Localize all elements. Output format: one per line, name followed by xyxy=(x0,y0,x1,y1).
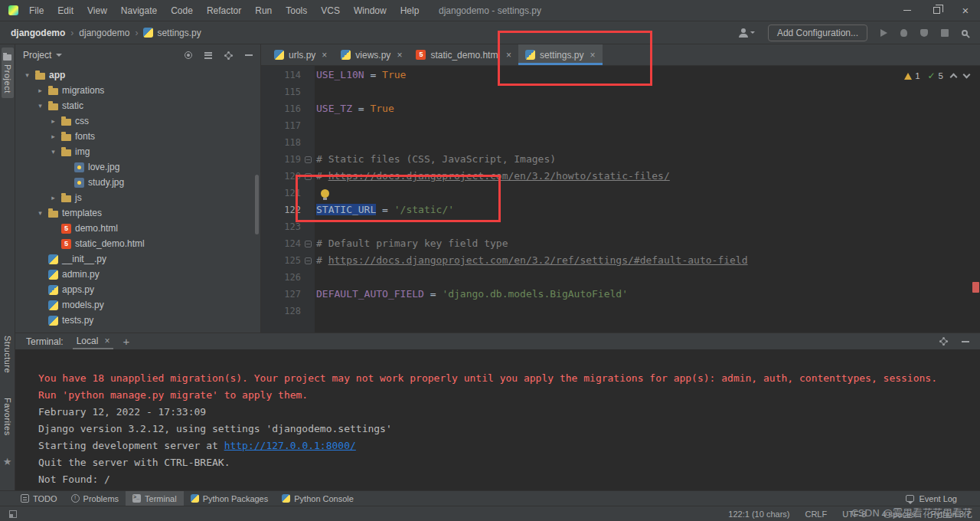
restore-button[interactable] xyxy=(922,0,951,21)
toolwindow-button-python-console[interactable]: Python Console xyxy=(275,491,361,506)
folder-icon xyxy=(48,103,58,110)
editor-tab-settings-py[interactable]: settings.py× xyxy=(518,44,602,65)
toolwindow-switcher-icon[interactable] xyxy=(9,510,17,518)
gutter xyxy=(301,117,315,134)
coverage-button[interactable] xyxy=(920,29,928,37)
doc-link[interactable]: https://docs.djangoproject.com/en/3.2/re… xyxy=(328,254,748,266)
code-editor[interactable]: 114USE_L10N = True115116USE_TZ = True117… xyxy=(261,66,980,333)
tab-close-icon[interactable]: × xyxy=(322,50,327,61)
minimize-icon xyxy=(903,10,911,11)
tree-item-admin-py[interactable]: admin.py xyxy=(15,267,260,282)
menu-vcs[interactable]: VCS xyxy=(314,0,347,21)
toolwindow-tab-structure[interactable]: Structure xyxy=(2,331,14,378)
terminal-link[interactable]: http://127.0.0.1:8000/ xyxy=(224,440,356,451)
tree-item-static[interactable]: ▾static xyxy=(15,98,260,113)
inspections-widget[interactable]: 1 ✓5 xyxy=(904,70,969,81)
intention-bulb-icon[interactable] xyxy=(321,189,329,198)
project-view-selector[interactable]: Project xyxy=(23,50,51,61)
fold-marker-icon[interactable] xyxy=(305,241,312,247)
error-stripe-mark[interactable] xyxy=(972,282,979,293)
menu-help[interactable]: Help xyxy=(394,0,426,21)
editor-tab-static-demo-html[interactable]: 5static_demo.html× xyxy=(409,44,518,65)
tree-item-study-jpg[interactable]: study.jpg xyxy=(15,175,260,190)
menu-window[interactable]: Window xyxy=(347,0,394,21)
tree-item-static-demo-html[interactable]: 5static_demo.html xyxy=(15,236,260,251)
terminal-tab-local[interactable]: Local× xyxy=(73,333,114,349)
toolwindow-button-python-packages[interactable]: Python Packages xyxy=(184,491,276,506)
tree-item-templates[interactable]: ▾templates xyxy=(15,205,260,221)
next-problem-icon[interactable] xyxy=(963,71,971,79)
tree-item-label: fonts xyxy=(75,131,95,142)
window-controls: × xyxy=(893,0,980,21)
gear-icon[interactable] xyxy=(226,53,231,58)
tab-close-icon[interactable]: × xyxy=(590,50,595,61)
gutter xyxy=(301,252,315,269)
menu-run[interactable]: Run xyxy=(248,0,279,21)
tree-item-migrations[interactable]: ▸migrations xyxy=(15,83,260,98)
debug-button[interactable] xyxy=(900,29,907,37)
tree-item-label: __init__.py xyxy=(62,254,106,264)
minimize-panel-icon[interactable] xyxy=(962,341,969,342)
tree-item-css[interactable]: ▸css xyxy=(15,113,260,129)
tree-item-app[interactable]: ▾app xyxy=(15,67,260,83)
line-number: 120 xyxy=(261,168,301,185)
tree-item-demo-html[interactable]: 5demo.html xyxy=(15,221,260,236)
search-everywhere-icon[interactable] xyxy=(962,30,968,36)
menu-view[interactable]: View xyxy=(80,0,114,21)
status-item-122-1-10-chars[interactable]: 122:1 (10 chars) xyxy=(728,510,789,519)
breadcrumb-item-file[interactable]: settings.py xyxy=(143,28,201,38)
fold-marker-icon[interactable] xyxy=(305,173,312,180)
warning-icon xyxy=(904,73,912,80)
tree-item-love-jpg[interactable]: love.jpg xyxy=(15,159,260,175)
breadcrumb-item-package[interactable]: djangodemo xyxy=(79,28,129,38)
toolwindow-tab-favorites[interactable]: Favorites xyxy=(2,393,14,441)
tab-close-icon[interactable]: × xyxy=(506,50,511,61)
collapse-all-icon[interactable] xyxy=(204,52,212,59)
tree-item-tests-py[interactable]: tests.py xyxy=(15,313,260,328)
breadcrumb-item-project[interactable]: djangodemo xyxy=(11,28,65,38)
menu-code[interactable]: Code xyxy=(164,0,200,21)
previous-problem-icon[interactable] xyxy=(950,74,958,81)
gear-icon[interactable] xyxy=(941,339,946,344)
minimize-button[interactable] xyxy=(893,0,922,21)
menu-file[interactable]: File xyxy=(22,0,51,21)
tree-item-label: demo.html xyxy=(75,223,118,234)
stop-button[interactable] xyxy=(941,29,949,37)
run-button[interactable] xyxy=(880,29,887,37)
add-configuration-button[interactable]: Add Configuration... xyxy=(768,25,867,41)
fold-marker-icon[interactable] xyxy=(305,156,312,163)
toolwindow-tab-project[interactable]: Project xyxy=(2,48,14,98)
terminal-output[interactable]: You have 18 unapplied migration(s). Your… xyxy=(15,349,980,490)
hide-panel-icon[interactable] xyxy=(245,54,253,56)
locate-file-icon[interactable] xyxy=(185,51,192,59)
close-button[interactable]: × xyxy=(951,0,980,21)
editor-tab-urls-py[interactable]: urls.py× xyxy=(267,44,334,65)
menu-edit[interactable]: Edit xyxy=(51,0,80,21)
code-text: USE_TZ = True xyxy=(315,100,394,117)
favorites-star-icon[interactable]: ★ xyxy=(3,456,12,467)
toolwindow-button-problems[interactable]: Problems xyxy=(64,491,126,506)
menu-navigate[interactable]: Navigate xyxy=(114,0,164,21)
line-number: 128 xyxy=(261,303,301,319)
doc-link[interactable]: https://docs.djangoproject.com/en/3.2/ho… xyxy=(328,170,670,182)
gutter xyxy=(301,134,315,151)
tree-item-models-py[interactable]: models.py xyxy=(15,297,260,313)
tab-close-icon[interactable]: × xyxy=(397,50,402,61)
users-button[interactable] xyxy=(739,28,755,38)
tree-item-init-py[interactable]: __init__.py xyxy=(15,251,260,267)
menu-tools[interactable]: Tools xyxy=(279,0,314,21)
editor-tab-views-py[interactable]: views.py× xyxy=(334,44,409,65)
tree-item-apps-py[interactable]: apps.py xyxy=(15,282,260,297)
close-icon[interactable]: × xyxy=(104,336,109,346)
fold-marker-icon[interactable] xyxy=(305,257,312,264)
tree-item-js[interactable]: ▸js xyxy=(15,190,260,205)
status-item-crlf[interactable]: CRLF xyxy=(805,510,827,519)
event-log-button[interactable]: Event Log xyxy=(906,491,980,506)
menu-refactor[interactable]: Refactor xyxy=(200,0,248,21)
toolwindow-button-terminal[interactable]: Terminal xyxy=(126,491,184,506)
new-terminal-button[interactable]: + xyxy=(122,335,129,348)
tree-item-img[interactable]: ▾img xyxy=(15,144,260,159)
project-scrollbar[interactable] xyxy=(255,175,259,234)
tree-item-fonts[interactable]: ▸fonts xyxy=(15,129,260,144)
toolwindow-button-todo[interactable]: TODO xyxy=(14,491,64,506)
